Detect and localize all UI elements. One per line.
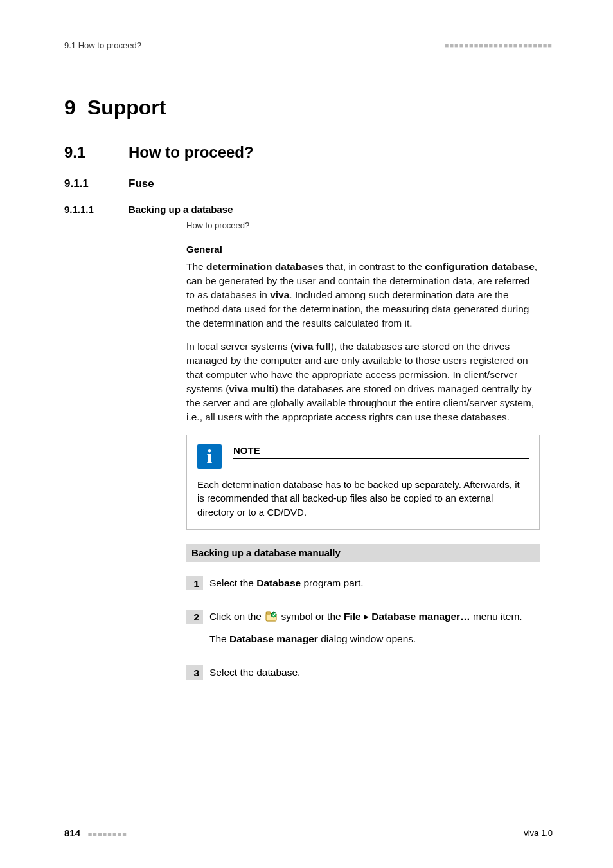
- body-column: How to proceed? General The determinatio…: [186, 220, 540, 686]
- step: 2 Click on the symbol or the File ▸ Data…: [186, 610, 540, 653]
- task-title: Backing up a database manually: [186, 544, 540, 562]
- step-text: Select the database.: [209, 665, 540, 686]
- step-number: 3: [186, 665, 203, 680]
- step: 3 Select the database.: [186, 665, 540, 686]
- section-heading: 9.1 How to proceed?: [64, 142, 553, 163]
- general-heading: General: [186, 243, 540, 256]
- footer-decor-icon: ■■■■■■■■: [88, 830, 127, 838]
- section-number: 9.1: [64, 142, 129, 163]
- info-icon: i: [197, 444, 222, 469]
- step-text: Click on the symbol or the File ▸ Databa…: [209, 610, 540, 653]
- header-decor-icon: ■■■■■■■■■■■■■■■■■■■■■■: [445, 41, 553, 50]
- subsubsection-title: Backing up a database: [129, 203, 233, 216]
- running-header-text: 9.1 How to proceed?: [64, 40, 141, 51]
- chapter-heading: 9Support: [64, 94, 553, 122]
- page: 9.1 How to proceed? ■■■■■■■■■■■■■■■■■■■■…: [0, 0, 613, 868]
- paragraph-1: The determination databases that, in con…: [186, 260, 540, 330]
- section-title: How to proceed?: [129, 142, 254, 163]
- running-header: 9.1 How to proceed? ■■■■■■■■■■■■■■■■■■■■…: [64, 40, 553, 51]
- subsection-number: 9.1.1: [64, 177, 129, 192]
- subsection-heading: 9.1.1 Fuse: [64, 177, 553, 192]
- page-number: 814: [64, 827, 80, 838]
- howto-label: How to proceed?: [186, 220, 540, 231]
- paragraph-2: In local server systems (viva full), the…: [186, 339, 540, 424]
- footer-product: viva 1.0: [524, 827, 553, 839]
- note-box: i NOTE Each determination database has t…: [186, 435, 540, 530]
- step-number: 2: [186, 610, 203, 624]
- database-manager-icon: [265, 611, 277, 626]
- footer: 814 ■■■■■■■■ viva 1.0: [64, 827, 553, 840]
- step: 1 Select the Database program part.: [186, 576, 540, 597]
- step-number: 1: [186, 576, 203, 590]
- chapter-number: 9: [64, 96, 76, 119]
- chapter-title: Support: [87, 96, 166, 119]
- svg-rect-1: [266, 612, 271, 614]
- note-text: Each determination database has to be ba…: [197, 478, 529, 519]
- subsubsection-heading: 9.1.1.1 Backing up a database: [64, 203, 553, 216]
- footer-left: 814 ■■■■■■■■: [64, 827, 127, 840]
- note-header: i NOTE: [197, 444, 529, 469]
- note-title: NOTE: [233, 444, 529, 459]
- step-text: Select the Database program part.: [209, 576, 540, 597]
- subsection-title: Fuse: [129, 177, 154, 192]
- subsubsection-number: 9.1.1.1: [64, 203, 129, 216]
